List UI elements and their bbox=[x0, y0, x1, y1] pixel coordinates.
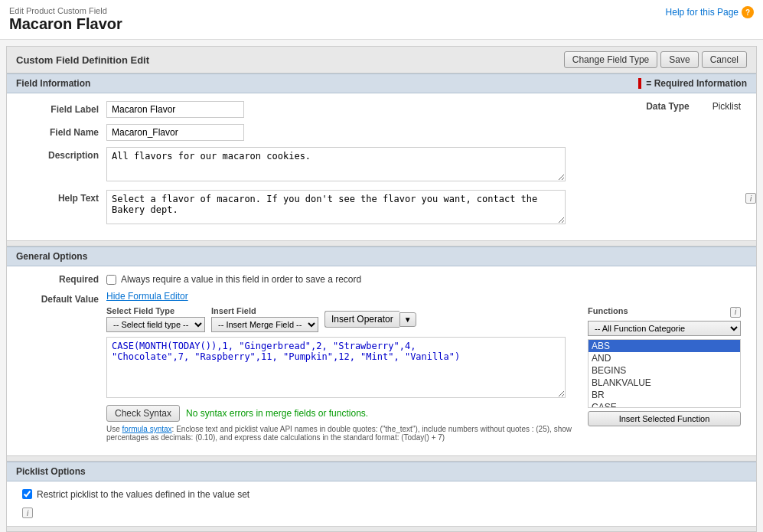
field-info-title-bar: Field Information = Required Information bbox=[7, 73, 756, 93]
picklist-restrict-checkbox[interactable] bbox=[22, 489, 32, 499]
insert-field-label: Insert Field bbox=[211, 306, 318, 315]
functions-label: Functions bbox=[588, 306, 628, 315]
field-info-body: Field Label Data Type Picklist Field Nam… bbox=[7, 93, 756, 240]
no-error-message: No syntax errors in merge fields or func… bbox=[186, 408, 368, 419]
picklist-restrict-row: Restrict picklist to the values defined … bbox=[22, 489, 741, 500]
field-label-row: Field Label Data Type Picklist bbox=[22, 101, 741, 118]
field-name-input[interactable] bbox=[106, 124, 244, 141]
formula-left: Select Field Type -- Select field type -… bbox=[106, 306, 579, 442]
description-label: Description bbox=[22, 147, 106, 161]
picklist-options-title: Picklist Options bbox=[16, 466, 86, 477]
insert-operator-button: Insert Operator ▼ bbox=[324, 311, 416, 328]
field-name-label: Field Name bbox=[22, 124, 106, 138]
divider-2 bbox=[7, 455, 756, 462]
picklist-body: Restrict picklist to the values defined … bbox=[7, 481, 756, 526]
required-checkbox[interactable] bbox=[106, 275, 116, 285]
formula-syntax-link[interactable]: formula syntax bbox=[122, 425, 172, 433]
insert-merge-field[interactable]: -- Insert Merge Field -- bbox=[211, 317, 318, 332]
data-type-label: Data Type bbox=[646, 101, 689, 112]
field-name-row: Field Name bbox=[22, 124, 741, 141]
required-checkbox-field: Always require a value in this field in … bbox=[106, 274, 361, 285]
function-item-abs[interactable]: ABS bbox=[589, 340, 740, 352]
select-field-type[interactable]: -- Select field type -- bbox=[106, 317, 205, 332]
help-text-label: Help Text bbox=[22, 190, 106, 204]
data-type-row: Data Type Picklist bbox=[646, 101, 741, 112]
check-syntax-row: Check Syntax No syntax errors in merge f… bbox=[106, 405, 579, 422]
field-name-field bbox=[106, 124, 741, 141]
functions-info: Functions i bbox=[588, 306, 741, 318]
functions-list[interactable]: ABS AND BEGINS BLANKVALUE BR CASE bbox=[588, 339, 741, 408]
description-field bbox=[106, 147, 741, 184]
default-value-field: Hide Formula Editor Select Field Type --… bbox=[106, 291, 741, 442]
field-label-label: Field Label bbox=[22, 101, 106, 115]
function-item-case[interactable]: CASE bbox=[589, 401, 740, 408]
field-label-input[interactable] bbox=[106, 101, 244, 118]
hide-formula-link[interactable]: Hide Formula Editor bbox=[106, 291, 188, 302]
function-item-begins[interactable]: BEGINS bbox=[589, 364, 740, 377]
default-value-row: Default Value Hide Formula Editor Select… bbox=[22, 291, 741, 442]
change-field-type-button-top[interactable]: Change Field Type bbox=[564, 51, 658, 68]
general-options-title-bar: General Options bbox=[7, 246, 756, 266]
formula-hint: Use formula syntax: Enclose text and pic… bbox=[106, 425, 579, 442]
function-item-and[interactable]: AND bbox=[589, 352, 740, 364]
description-textarea[interactable] bbox=[106, 147, 566, 181]
general-options-title: General Options bbox=[16, 251, 87, 262]
required-checkbox-label: Always require a value in this field in … bbox=[121, 274, 361, 285]
top-bar: Edit Product Custom Field Macaron Flavor… bbox=[0, 0, 763, 40]
section-header: Custom Field Definition Edit Change Fiel… bbox=[7, 47, 756, 73]
check-syntax-button[interactable]: Check Syntax bbox=[106, 405, 180, 422]
picklist-options-title-bar: Picklist Options bbox=[7, 462, 756, 481]
general-options-body: Required Always require a value in this … bbox=[7, 266, 756, 455]
main-container: Custom Field Definition Edit Change Fiel… bbox=[6, 46, 757, 532]
cancel-button-top[interactable]: Cancel bbox=[702, 51, 747, 68]
help-text-row: Help Text i bbox=[22, 190, 741, 227]
required-row: Required Always require a value in this … bbox=[22, 274, 741, 285]
select-field-type-label: Select Field Type bbox=[106, 306, 205, 315]
header-buttons: Change Field Type Save Cancel bbox=[564, 51, 747, 68]
section-title: Custom Field Definition Edit bbox=[16, 54, 149, 66]
help-icon[interactable]: ? bbox=[742, 6, 754, 18]
help-text-info-icon[interactable]: i bbox=[745, 193, 756, 204]
required-indicator bbox=[638, 78, 641, 89]
picklist-info-icon[interactable]: i bbox=[22, 508, 33, 518]
insert-operator-group: Insert Operator ▼ bbox=[324, 311, 416, 328]
insert-selected-function-button[interactable]: Insert Selected Function bbox=[588, 411, 741, 426]
top-bar-left: Edit Product Custom Field Macaron Flavor bbox=[9, 6, 122, 33]
save-button-top[interactable]: Save bbox=[660, 51, 698, 68]
help-link[interactable]: Help for this Page bbox=[666, 7, 739, 18]
formula-controls: Select Field Type -- Select field type -… bbox=[106, 306, 579, 332]
default-value-label: Default Value bbox=[22, 291, 106, 305]
insert-operator-arrow-btn[interactable]: ▼ bbox=[399, 312, 416, 327]
required-label: Required bbox=[22, 274, 106, 285]
divider-3 bbox=[7, 526, 756, 532]
help-text-field: i bbox=[106, 190, 741, 227]
function-item-blankvalue[interactable]: BLANKVALUE bbox=[589, 377, 740, 389]
field-info-title: Field Information bbox=[16, 78, 90, 89]
insert-operator-main-btn[interactable]: Insert Operator bbox=[324, 311, 399, 328]
help-text-textarea[interactable] bbox=[106, 190, 566, 224]
function-item-br[interactable]: BR bbox=[589, 389, 740, 401]
functions-info-icon[interactable]: i bbox=[730, 307, 741, 318]
required-legend: = Required Information bbox=[638, 78, 747, 89]
functions-panel: Functions i -- All Function Categorie AB… bbox=[588, 306, 741, 442]
select-field-type-group: Select Field Type -- Select field type -… bbox=[106, 306, 205, 332]
divider-1 bbox=[7, 240, 756, 246]
page-title: Macaron Flavor bbox=[9, 15, 122, 33]
description-row: Description bbox=[22, 147, 741, 184]
data-type-value: Picklist bbox=[712, 101, 741, 112]
edit-product-label: Edit Product Custom Field bbox=[9, 6, 122, 15]
function-category-select[interactable]: -- All Function Categorie bbox=[588, 321, 741, 336]
picklist-restrict-label: Restrict picklist to the values defined … bbox=[37, 489, 249, 500]
field-label-field bbox=[106, 101, 631, 118]
insert-field-group: Insert Field -- Insert Merge Field -- bbox=[211, 306, 318, 332]
formula-editor[interactable] bbox=[106, 337, 566, 398]
top-bar-right: Help for this Page ? bbox=[666, 6, 754, 18]
